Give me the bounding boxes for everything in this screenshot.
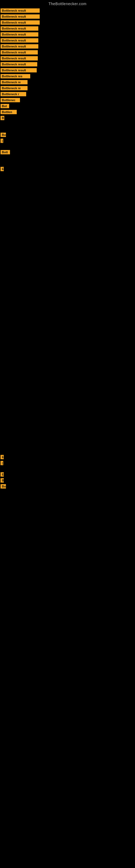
spacer-row (0, 243, 135, 248)
spacer-row (0, 367, 135, 373)
spacer-row (0, 405, 135, 411)
list-item: Bottleneck result (0, 37, 135, 43)
list-item: Bottleneck result (0, 8, 135, 13)
bottleneck-badge: Bottleneck result (1, 32, 38, 37)
bottleneck-badge: Bottleneck result (1, 68, 37, 72)
spacer-row (0, 351, 135, 356)
bottleneck-badge: Bottleneck re (1, 80, 28, 84)
spacer-row (0, 378, 135, 383)
bottleneck-badge: | (1, 138, 3, 143)
list-item: Bottlenec (0, 97, 135, 103)
bottleneck-badge: E (1, 455, 4, 459)
bottleneck-badge: E (1, 472, 4, 476)
bottleneck-badge: Bottlenec (1, 98, 20, 102)
spacer-row (0, 237, 135, 243)
spacer-row (0, 448, 135, 454)
spacer-row (0, 324, 135, 329)
spacer-row (0, 373, 135, 378)
spacer-row (0, 275, 135, 280)
bottleneck-badge: | (1, 461, 3, 465)
spacer-row (0, 329, 135, 335)
spacer-row (0, 302, 135, 308)
spacer-row (0, 248, 135, 253)
bottleneck-badge: Bottlen (1, 110, 17, 114)
spacer-row (0, 177, 135, 183)
spacer-row (0, 400, 135, 405)
spacer-row (0, 199, 135, 205)
spacer-row (0, 188, 135, 194)
spacer-row (0, 394, 135, 400)
spacer-row (0, 126, 135, 132)
list-item: E (0, 166, 135, 172)
bottleneck-badge: Bo (1, 133, 6, 137)
spacer-row (0, 215, 135, 221)
bottleneck-badge: Bottleneck result (1, 50, 38, 55)
spacer-row (0, 297, 135, 302)
spacer-row (0, 226, 135, 231)
list-item: Bottleneck re (0, 79, 135, 85)
spacer-row (0, 389, 135, 394)
list-item: Bottleneck r (0, 91, 135, 97)
bottleneck-badge: Bottleneck re (1, 86, 28, 90)
spacer-row (0, 253, 135, 259)
bottleneck-badge: Bo (1, 484, 6, 489)
spacer-row (0, 291, 135, 297)
list-item: Bottleneck result (0, 61, 135, 67)
spacer-row (0, 411, 135, 416)
list-item: Bottleneck result (0, 31, 135, 37)
spacer-row (0, 432, 135, 438)
bottleneck-badge: Bottleneck result (1, 20, 40, 25)
list-item: Bottlen (0, 109, 135, 115)
spacer-row (0, 264, 135, 270)
bottleneck-badge: E (1, 167, 4, 171)
bottleneck-badge: Bottleneck result (1, 8, 40, 13)
spacer-row (0, 308, 135, 313)
list-item: | (0, 460, 135, 466)
list-item: Bottleneck result (0, 43, 135, 50)
bottleneck-badge: Bot (1, 104, 9, 108)
bottleneck-badge: B (1, 116, 4, 120)
bottleneck-badge: Bottleneck result (1, 38, 38, 42)
items-container: Bottleneck resultBottleneck resultBottle… (0, 8, 135, 495)
spacer-row (0, 270, 135, 275)
list-item: Bott (0, 149, 135, 155)
list-item: E (0, 471, 135, 477)
site-title: TheBottlenecker.com (0, 0, 135, 8)
spacer-row (0, 144, 135, 149)
spacer-row (0, 259, 135, 264)
spacer-row (0, 210, 135, 215)
spacer-row (0, 205, 135, 210)
spacer-row (0, 161, 135, 166)
spacer-row (0, 356, 135, 362)
spacer-row (0, 466, 135, 471)
spacer-row (0, 416, 135, 422)
spacer-row (0, 313, 135, 318)
list-item: Bottleneck result (0, 13, 135, 20)
list-item: Bottleneck re (0, 85, 135, 91)
list-item: Bottleneck result (0, 20, 135, 26)
spacer-row (0, 489, 135, 495)
spacer-row (0, 231, 135, 237)
spacer-row (0, 286, 135, 291)
spacer-row (0, 194, 135, 199)
spacer-row (0, 280, 135, 286)
list-item: Bottleneck result (0, 26, 135, 31)
list-item: Bot (0, 103, 135, 109)
list-item: | (0, 138, 135, 144)
spacer-row (0, 318, 135, 324)
spacer-row (0, 422, 135, 427)
list-item: B (0, 477, 135, 484)
spacer-row (0, 183, 135, 188)
spacer-row (0, 443, 135, 448)
spacer-row (0, 155, 135, 161)
spacer-row (0, 335, 135, 340)
list-item: Bottleneck res (0, 73, 135, 79)
spacer-row (0, 340, 135, 346)
spacer-row (0, 221, 135, 226)
list-item: Bottleneck result (0, 67, 135, 73)
spacer-row (0, 438, 135, 443)
list-item: E (0, 454, 135, 460)
spacer-row (0, 362, 135, 367)
bottleneck-badge: Bottleneck result (1, 56, 38, 61)
bottleneck-badge: Bottleneck r (1, 92, 26, 96)
